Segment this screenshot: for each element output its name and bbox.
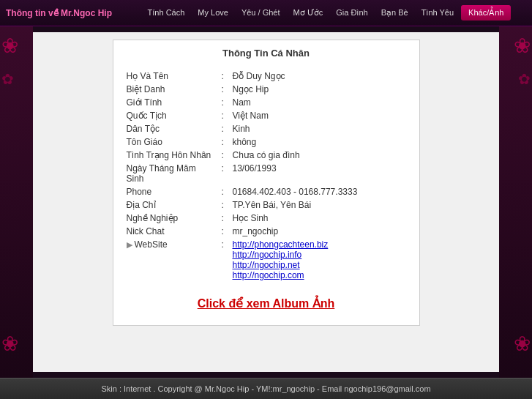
val-phone: 01684.402.403 - 0168.777.3333 [231, 185, 408, 198]
flower-top-right: ❀ [514, 34, 531, 58]
val-ho-va-ten: Đỗ Duy Ngọc [231, 70, 408, 83]
link-ngochip-info[interactable]: http://ngochip.info [233, 250, 302, 260]
main-wrapper: ❀ ✿ ❀ Thông Tin Cá Nhân Họ Và Tên : Đỗ D… [0, 26, 532, 378]
link-phongcachteen[interactable]: http://phongcachteen.biz [233, 239, 329, 250]
album-link-container: Click để xem Album Ảnh [124, 297, 408, 310]
label-ton-giao: Tôn Giáo [124, 135, 220, 149]
val-ngay-sinh: 13/06/1993 [231, 162, 408, 185]
nav-tinh-cach[interactable]: Tính Cách [142, 5, 191, 20]
nav-links: Tính Cách My Love Yêu / Ghét Mơ Ước Gia … [127, 5, 526, 20]
val-nick-chat: mr_ngochip [231, 225, 408, 238]
top-nav: Thông tin về Mr.Ngoc Hip Tính Cách My Lo… [0, 0, 532, 26]
info-title: Thông Tin Cá Nhân [124, 48, 408, 62]
nav-khac-anh[interactable]: Khác/Ảnh [461, 5, 511, 20]
table-row: ▶WebSite : http://phongcachteen.biz http… [124, 238, 408, 282]
nav-my-love[interactable]: My Love [192, 5, 234, 20]
link-ngochip-com[interactable]: http://ngochip.com [233, 270, 304, 280]
val-biet-danh: Ngọc Hip [231, 83, 408, 96]
nav-brand: Thông tin về Mr.Ngoc Hip [6, 8, 112, 18]
table-row: Biệt Danh : Ngọc Hip [124, 83, 408, 96]
content-area: Thông Tin Cá Nhân Họ Và Tên : Đỗ Duy Ngọ… [33, 32, 499, 372]
label-nghe-nghiep: Nghề Nghiệp [124, 212, 220, 225]
table-row: Ngày Tháng MâmSinh : 13/06/1993 [124, 162, 408, 185]
flower-bottom-left: ❀ [1, 332, 18, 356]
label-nick-chat: Nick Chat [124, 225, 220, 238]
flower-mid-left: ✿ [1, 70, 14, 88]
nav-mo-uoc[interactable]: Mơ Ước [287, 5, 329, 20]
val-gioi-tinh: Nam [231, 96, 408, 109]
arrow-icon-left: ▶ [127, 240, 132, 250]
label-ho-va-ten: Họ Và Tên [124, 70, 220, 83]
flower-bottom-right: ❀ [514, 332, 531, 356]
nav-gia-dinh[interactable]: Gia Đình [330, 5, 373, 20]
label-phone: Phone [124, 185, 220, 198]
label-ngay-sinh: Ngày Tháng MâmSinh [124, 162, 220, 185]
table-row: Quốc Tịch : Việt Nam [124, 109, 408, 122]
val-quoc-tich: Việt Nam [231, 109, 408, 122]
flower-mid-right: ✿ [518, 70, 531, 88]
val-dia-chi: TP.Yên Bái, Yên Bái [231, 198, 408, 212]
left-decoration: ❀ ✿ ❀ [0, 26, 33, 378]
table-row: Dân Tộc : Kinh [124, 122, 408, 135]
label-biet-danh: Biệt Danh [124, 83, 220, 96]
link-ngochip-net[interactable]: http://ngochip.net [233, 260, 300, 270]
table-row: Giới Tính : Nam [124, 96, 408, 109]
val-dan-toc: Kinh [231, 122, 408, 135]
val-nghe-nghiep: Học Sinh [231, 212, 408, 225]
table-row: Họ Và Tên : Đỗ Duy Ngọc [124, 70, 408, 83]
info-table: Họ Và Tên : Đỗ Duy Ngọc Biệt Danh : Ngọc… [124, 70, 408, 282]
val-ton-giao: không [231, 135, 408, 149]
flower-top-left: ❀ [1, 34, 18, 58]
label-dia-chi: Địa Chỉ [124, 198, 220, 212]
info-box: Thông Tin Cá Nhân Họ Và Tên : Đỗ Duy Ngọ… [113, 40, 420, 326]
val-website: http://phongcachteen.biz http://ngochip.… [231, 238, 408, 282]
label-gioi-tinh: Giới Tính [124, 96, 220, 109]
label-website: ▶WebSite [124, 238, 220, 282]
album-link[interactable]: Click để xem Album Ảnh [198, 297, 335, 310]
nav-tinh-yeu[interactable]: Tình Yêu [416, 5, 460, 20]
nav-ban-be[interactable]: Bạn Bè [375, 5, 414, 20]
footer-text: Skin : Internet . Copyright @ Mr.Ngoc Hi… [101, 384, 430, 393]
table-row: Tình Trạng Hôn Nhân : Chưa có gia đình [124, 149, 408, 162]
table-row: Nick Chat : mr_ngochip [124, 225, 408, 238]
val-hon-nhan: Chưa có gia đình [231, 149, 408, 162]
footer: Skin : Internet . Copyright @ Mr.Ngoc Hi… [0, 378, 532, 399]
table-row: Nghề Nghiệp : Học Sinh [124, 212, 408, 225]
right-decoration: ❀ ✿ ❀ [499, 26, 532, 378]
table-row: Tôn Giáo : không [124, 135, 408, 149]
table-row: Địa Chỉ : TP.Yên Bái, Yên Bái [124, 198, 408, 212]
nav-yeu-ghet[interactable]: Yêu / Ghét [236, 5, 286, 20]
label-hon-nhan: Tình Trạng Hôn Nhân [124, 149, 220, 162]
label-quoc-tich: Quốc Tịch [124, 109, 220, 122]
label-dan-toc: Dân Tộc [124, 122, 220, 135]
table-row: Phone : 01684.402.403 - 0168.777.3333 [124, 185, 408, 198]
